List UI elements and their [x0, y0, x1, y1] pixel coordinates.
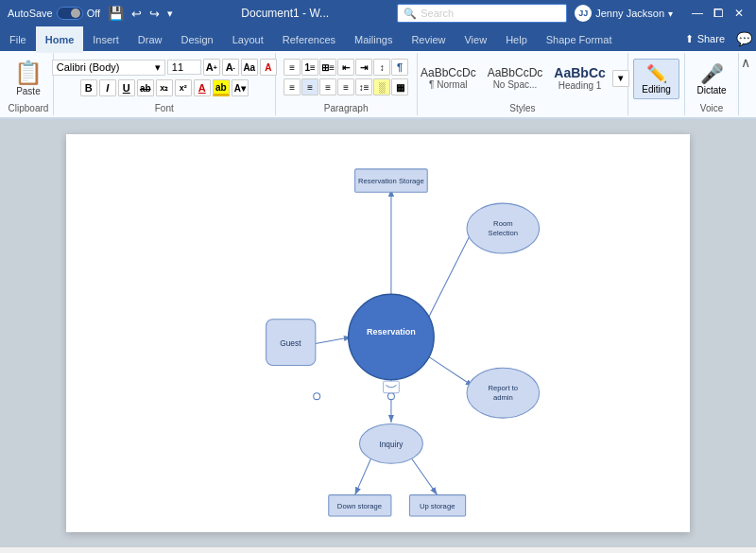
font-shrink-button[interactable]: A- [222, 59, 239, 76]
voice-content: 🎤 Dictate [689, 55, 733, 101]
change-case-button[interactable]: Aa [241, 59, 258, 76]
svg-line-1 [429, 229, 473, 318]
borders-button[interactable]: ▦ [391, 78, 408, 95]
decrease-indent-button[interactable]: ⇤ [337, 59, 354, 76]
bullets-button[interactable]: ≡ [284, 59, 301, 76]
collapse-ribbon-button[interactable]: ∧ [741, 55, 750, 70]
superscript-button[interactable]: x² [175, 79, 192, 96]
styles-expand-button[interactable]: ▾ [612, 70, 629, 87]
undo-icon[interactable]: ↩ [131, 7, 142, 21]
sort-button[interactable]: ↕ [373, 59, 390, 76]
shading2-button[interactable]: ░ [373, 78, 390, 95]
share-button[interactable]: ⬆ Share [676, 30, 734, 48]
numbering-button[interactable]: 1≡ [301, 59, 318, 76]
paste-button[interactable]: 📋 Paste [10, 58, 46, 98]
italic-button[interactable]: I [99, 79, 116, 96]
align-left-button[interactable]: ≡ [284, 78, 301, 95]
style-heading1[interactable]: AaBbCc Heading 1 [549, 62, 610, 94]
paste-icon: 📋 [14, 60, 43, 86]
font-family-selector[interactable]: Calibri (Body) ▾ [52, 60, 165, 76]
underline-button[interactable]: U [118, 79, 135, 96]
font-grow-button[interactable]: A+ [203, 59, 220, 76]
show-hide-button[interactable]: ¶ [391, 59, 408, 76]
comments-icon[interactable]: 💬 [736, 31, 752, 46]
user-initials: JJ [578, 9, 588, 18]
font-size-selector[interactable]: 11 [167, 60, 201, 75]
diagram-svg: Reservation Storage Room Selection Guest… [81, 149, 675, 518]
diagram: Reservation Storage Room Selection Guest… [81, 149, 675, 518]
svg-point-17 [349, 294, 435, 380]
paste-label: Paste [16, 86, 41, 96]
bold-button[interactable]: B [80, 79, 97, 96]
svg-text:Room: Room [493, 219, 512, 228]
align-right-button[interactable]: ≡ [319, 78, 336, 95]
multi-level-button[interactable]: ⊞≡ [319, 59, 336, 76]
style-normal[interactable]: AaBbCcDc ¶ Normal [416, 63, 481, 93]
autosave-toggle[interactable]: AutoSave Off [8, 7, 100, 20]
doc-page: Reservation Storage Room Selection Guest… [66, 134, 690, 532]
user-name: Jenny Jackson [595, 8, 664, 19]
restore-button[interactable]: ⧠ [709, 4, 728, 23]
editing-content: ✏️ Editing [633, 55, 679, 112]
redo-icon[interactable]: ↪ [149, 7, 160, 21]
user-info[interactable]: JJ Jenny Jackson ▾ [575, 5, 673, 22]
font-color-button[interactable]: A [194, 79, 211, 96]
subscript-button[interactable]: x₂ [156, 79, 173, 96]
dictate-button[interactable]: 🎤 Dictate [689, 59, 733, 99]
shading-button[interactable]: A▾ [232, 79, 249, 96]
svg-line-2 [316, 337, 352, 343]
voice-label: Voice [700, 101, 723, 113]
editing-icon: ✏️ [646, 63, 667, 84]
justify-button[interactable]: ≡ [337, 78, 354, 95]
svg-line-3 [429, 356, 473, 386]
user-avatar: JJ [575, 5, 592, 22]
window-controls: — ⧠ ✕ [688, 4, 748, 23]
user-chevron[interactable]: ▾ [668, 9, 673, 19]
clear-format-button[interactable]: A [260, 59, 277, 76]
font-family-chevron: ▾ [155, 61, 161, 74]
font-row2: B I U ab x₂ x² A ab A▾ [80, 79, 249, 96]
minimize-button[interactable]: — [688, 4, 707, 23]
tab-insert[interactable]: Insert [83, 26, 129, 53]
paragraph-content: ≡ 1≡ ⊞≡ ⇤ ⇥ ↕ ¶ ≡ ≡ ≡ ≡ ↕≡ ░ ▦ [282, 55, 411, 101]
tab-home[interactable]: Home [36, 26, 84, 53]
increase-indent-button[interactable]: ⇥ [355, 59, 372, 76]
svg-line-5 [355, 458, 371, 495]
align-center-button[interactable]: ≡ [301, 78, 318, 95]
dictate-label: Dictate [696, 85, 726, 95]
clipboard-label: Clipboard [9, 101, 49, 113]
font-content: Calibri (Body) ▾ 11 A+ A- Aa A B I U ab … [60, 55, 269, 101]
tab-shape-format[interactable]: Shape Format [537, 26, 622, 53]
doc-title-text: Document1 - W... [241, 7, 329, 20]
svg-text:Up storage: Up storage [420, 502, 455, 510]
tab-review[interactable]: Review [402, 26, 455, 53]
styles-content: AaBbCcDc ¶ Normal AaBbCcDc No Spac... Aa… [416, 55, 629, 101]
highlight-button[interactable]: ab [213, 79, 230, 96]
tab-references[interactable]: References [273, 26, 345, 53]
voice-group: 🎤 Dictate Voice [685, 53, 739, 115]
doc-area: Reservation Storage Room Selection Guest… [0, 119, 756, 547]
svg-text:Selection: Selection [489, 229, 519, 237]
line-spacing-button[interactable]: ↕≡ [355, 78, 372, 95]
tab-layout[interactable]: Layout [223, 26, 273, 53]
close-button[interactable]: ✕ [730, 4, 748, 23]
microphone-icon: 🎤 [700, 62, 724, 85]
tab-view[interactable]: View [455, 26, 496, 53]
strikethrough-button[interactable]: ab [137, 79, 154, 96]
tab-file[interactable]: File [0, 26, 36, 53]
tab-design[interactable]: Design [171, 26, 222, 53]
tab-mailings[interactable]: Mailings [345, 26, 402, 53]
font-size-value: 11 [172, 61, 183, 73]
search-box[interactable]: 🔍 Search [397, 4, 567, 23]
tab-draw[interactable]: Draw [129, 26, 172, 53]
svg-line-6 [411, 458, 438, 495]
titlebar: AutoSave Off 💾 ↩ ↪ ▾ Document1 - W... 🔍 … [0, 0, 756, 26]
editing-button[interactable]: ✏️ Editing [633, 59, 679, 99]
tab-help[interactable]: Help [496, 26, 537, 53]
autosave-toggle-switch[interactable] [57, 7, 83, 20]
svg-text:Inquiry: Inquiry [379, 440, 404, 449]
style-no-spacing[interactable]: AaBbCcDc No Spac... [483, 63, 548, 93]
svg-point-8 [387, 393, 394, 400]
save-icon[interactable]: 💾 [108, 6, 124, 21]
autosave-label: AutoSave [8, 8, 53, 19]
